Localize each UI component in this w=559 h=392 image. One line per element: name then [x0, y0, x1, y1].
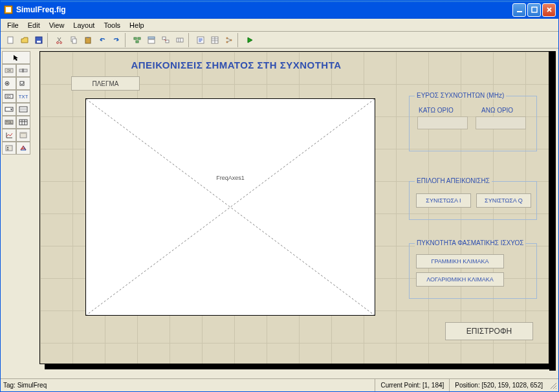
- palette-pushbutton-icon[interactable]: OK: [2, 64, 16, 77]
- copy-icon[interactable]: [67, 33, 81, 47]
- canvas-area[interactable]: ΑΠΕΙΚΟΝΙΣΕΙΣ ΣΗΜΑΤΟΣ ΣΤΗ ΣΥΧΝΟΤΗΤΑ ΠΛΕΓΜ…: [32, 49, 558, 378]
- statusbar: Tag: SimulFreq Current Point: [1, 184] P…: [1, 378, 558, 391]
- freq-range-panel[interactable]: ΕΥΡΟΣ ΣΥΧΝΟΤΗΤΩΝ (MHz) ΚΑΤΩ ΟΡΙΟ ΑΝΩ ΟΡΙ…: [409, 96, 537, 151]
- svg-rect-1: [6, 7, 11, 12]
- component-palette: OK ED TXT TGL: [1, 49, 32, 378]
- log-scale-button[interactable]: ΛΟΓΑΡΙΘΜΙΚΗ ΚΛΙΜΑΚΑ: [416, 272, 504, 287]
- menu-edit[interactable]: Edit: [24, 20, 44, 30]
- tab-order-icon[interactable]: [159, 33, 173, 47]
- palette-table-icon[interactable]: [16, 116, 30, 129]
- svg-rect-24: [177, 38, 183, 42]
- svg-rect-64: [6, 146, 12, 151]
- svg-rect-21: [148, 39, 155, 43]
- freq-axes[interactable]: FreqAxes1: [85, 98, 375, 316]
- svg-rect-18: [138, 38, 140, 39]
- figure-shadow-right: [549, 51, 556, 371]
- psd-panel[interactable]: ΠΥΚΝΟΤΗΤΑ ΦΑΣΜΑΤΙΚΗΣ ΙΣΧΥΟΣ ΓΡΑΜΜΙΚΗ ΚΛΙ…: [409, 243, 537, 299]
- minimize-button[interactable]: [512, 3, 526, 17]
- freq-range-legend: ΕΥΡΟΣ ΣΥΧΝΟΤΗΤΩΝ (MHz): [415, 92, 506, 99]
- menu-view[interactable]: View: [45, 20, 69, 30]
- svg-point-45: [6, 83, 8, 85]
- svg-rect-17: [134, 38, 137, 39]
- toolbar: [1, 32, 558, 49]
- palette-listbox-icon[interactable]: [16, 103, 30, 116]
- lower-limit-input[interactable]: [417, 116, 468, 129]
- svg-rect-22: [162, 37, 166, 39]
- open-icon[interactable]: [17, 33, 32, 47]
- palette-select-icon[interactable]: [2, 51, 30, 64]
- palette-radio-icon[interactable]: [2, 77, 16, 90]
- menu-file[interactable]: File: [3, 20, 23, 30]
- figure-panel[interactable]: ΑΠΕΙΚΟΝΙΣΕΙΣ ΣΗΜΑΤΟΣ ΣΤΗ ΣΥΧΝΟΤΗΤΑ ΠΛΕΓΜ…: [39, 51, 549, 364]
- palette-edit-icon[interactable]: ED: [2, 90, 16, 103]
- app-window: SimulFreq.fig File Edit View Layout Tool…: [0, 0, 559, 392]
- new-icon[interactable]: [3, 33, 17, 47]
- palette-activex-icon[interactable]: [16, 142, 30, 155]
- palette-toggle-icon[interactable]: TGL: [2, 116, 16, 129]
- figure-title[interactable]: ΑΠΕΙΚΟΝΙΣΕΙΣ ΣΗΜΑΤΟΣ ΣΤΗ ΣΥΧΝΟΤΗΤΑ: [40, 60, 432, 71]
- svg-rect-56: [19, 120, 27, 125]
- palette-buttongroup-icon[interactable]: [2, 142, 16, 155]
- svg-rect-8: [37, 41, 41, 43]
- svg-text:ED: ED: [6, 94, 11, 98]
- figure-shadow-bottom: [45, 364, 556, 369]
- app-icon: [3, 5, 14, 15]
- svg-rect-3: [532, 7, 537, 12]
- svg-text:TXT: TXT: [19, 94, 28, 100]
- grid-toggle-button[interactable]: ΠΛΕΓΜΑ: [71, 76, 140, 91]
- undo-icon[interactable]: [95, 33, 109, 47]
- svg-rect-63: [20, 133, 27, 134]
- menu-layout[interactable]: Layout: [69, 20, 98, 30]
- resize-grip-icon[interactable]: [548, 380, 558, 391]
- toolbar-editor-icon[interactable]: [173, 33, 187, 47]
- align-icon[interactable]: [130, 33, 144, 47]
- close-button[interactable]: [542, 3, 556, 17]
- svg-rect-2: [517, 11, 522, 12]
- palette-panel-icon[interactable]: [16, 129, 30, 142]
- maximize-button[interactable]: [527, 3, 541, 17]
- return-button[interactable]: ΕΠΙΣΤΡΟΦΗ: [445, 322, 533, 340]
- svg-line-72: [556, 388, 556, 389]
- lower-limit-label: ΚΑΤΩ ΟΡΙΟ: [419, 107, 468, 114]
- svg-text:TGL: TGL: [6, 120, 12, 124]
- mfile-editor-icon[interactable]: [193, 33, 208, 47]
- linear-scale-button[interactable]: ΓΡΑΜΜΙΚΗ ΚΛΙΜΑΚΑ: [416, 254, 504, 268]
- property-inspector-icon[interactable]: [208, 33, 222, 47]
- palette-slider-icon[interactable]: [16, 64, 30, 77]
- svg-point-11: [57, 41, 59, 43]
- svg-point-65: [7, 147, 8, 148]
- redo-icon[interactable]: [109, 33, 124, 47]
- svg-rect-43: [22, 69, 24, 72]
- workspace: OK ED TXT TGL: [1, 49, 558, 378]
- display-select-panel[interactable]: ΕΠΙΛΟΓΗ ΑΠΕΙΚΟΝΙΣΗΣ ΣΥΝΙΣΤΩΣΑ Ι ΣΥΝΙΣΤΩΣ…: [409, 181, 537, 220]
- upper-limit-label: ΑΝΩ ΟΡΙΟ: [481, 107, 531, 114]
- svg-rect-19: [136, 41, 138, 43]
- upper-limit-input[interactable]: [476, 116, 526, 129]
- status-position: Position: [520, 159, 1028, 652]: [449, 379, 548, 391]
- svg-rect-20: [148, 37, 155, 39]
- menu-help[interactable]: Help: [126, 20, 148, 30]
- palette-axes-icon[interactable]: [2, 129, 16, 142]
- cut-icon[interactable]: [52, 33, 67, 47]
- svg-line-70: [551, 383, 556, 389]
- run-icon[interactable]: [243, 33, 257, 47]
- menu-editor-icon[interactable]: [144, 33, 159, 47]
- svg-rect-14: [72, 39, 76, 43]
- status-tag: Tag: SimulFreq: [1, 382, 375, 389]
- svg-line-38: [227, 38, 231, 40]
- component-i-button[interactable]: ΣΥΝΙΣΤΩΣΑ Ι: [416, 193, 471, 208]
- palette-text-icon[interactable]: TXT: [16, 90, 30, 103]
- save-icon[interactable]: [32, 33, 46, 47]
- window-title: SimulFreq.fig: [16, 5, 512, 14]
- svg-rect-51: [19, 107, 27, 112]
- component-q-button[interactable]: ΣΥΝΙΣΤΩΣΑ Q: [476, 193, 531, 208]
- menu-tools[interactable]: Tools: [100, 20, 124, 30]
- titlebar[interactable]: SimulFreq.fig: [1, 1, 558, 19]
- status-current-point: Current Point: [1, 184]: [375, 379, 449, 391]
- svg-text:OK: OK: [6, 69, 12, 72]
- svg-point-12: [60, 41, 62, 43]
- object-browser-icon[interactable]: [222, 33, 236, 47]
- palette-checkbox-icon[interactable]: [16, 77, 30, 90]
- palette-popup-icon[interactable]: [2, 103, 16, 116]
- paste-icon[interactable]: [81, 33, 95, 47]
